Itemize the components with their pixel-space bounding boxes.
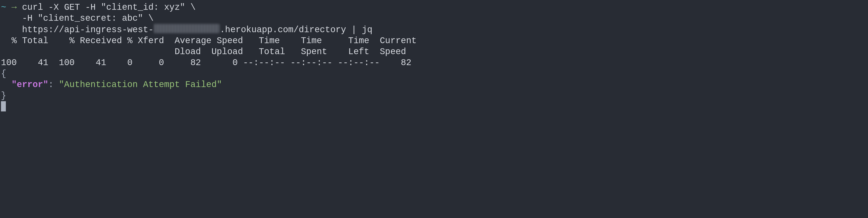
redacted-host-segment	[154, 24, 219, 33]
json-indent	[1, 80, 11, 90]
command-line-3-prefix: https://api-ingress-west-	[1, 25, 154, 35]
json-colon: :	[48, 80, 59, 90]
cursor	[1, 101, 6, 111]
command-line-1: curl -X GET -H "client_id: xyz" \	[22, 2, 195, 12]
prompt-arrow: →	[11, 2, 17, 12]
curl-progress-row: 100 41 100 41 0 0 82 0 --:--:-- --:--:--…	[1, 58, 411, 68]
json-value: "Authentication Attempt Failed"	[59, 80, 222, 90]
prompt-tilde: ~	[1, 2, 6, 12]
command-line-3-suffix: .herokuapp.com/directory | jq	[220, 25, 373, 35]
command-line-2: -H "client_secret: abc" \	[1, 13, 154, 23]
terminal[interactable]: ~ → curl -X GET -H "client_id: xyz" \ -H…	[0, 0, 868, 115]
json-key: "error"	[11, 80, 48, 90]
curl-progress-header-1: % Total % Received % Xferd Average Speed…	[1, 36, 417, 46]
json-close-brace: }	[1, 91, 6, 101]
curl-progress-header-2: Dload Upload Total Spent Left Speed	[1, 47, 406, 57]
json-open-brace: {	[1, 69, 6, 79]
